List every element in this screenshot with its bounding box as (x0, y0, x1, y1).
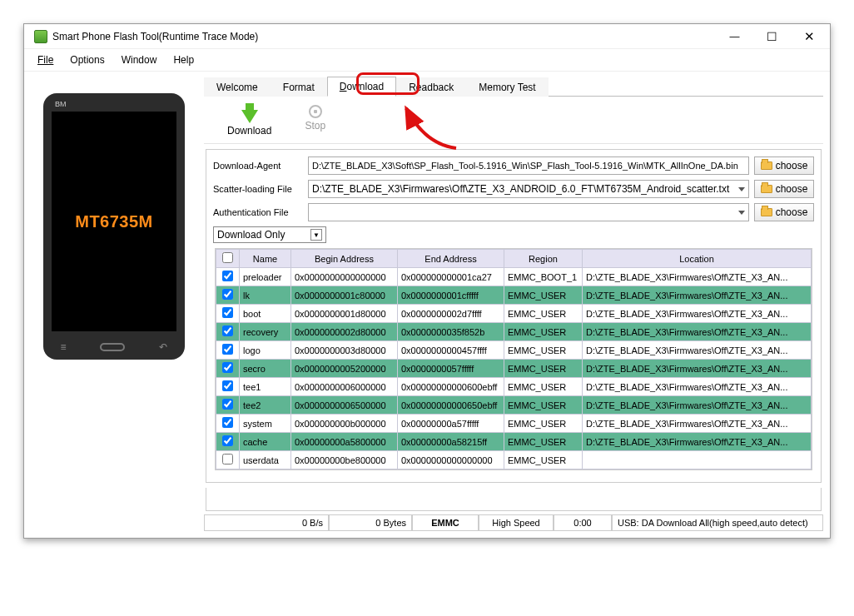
cell-location: D:\ZTE_BLADE_X3\Firmwares\Off\ZTE_X3_AN.… (583, 323, 812, 341)
table-row[interactable]: preloader0x00000000000000000x00000000000… (216, 268, 812, 286)
table-row[interactable]: tee20x00000000065000000x00000000000650eb… (216, 396, 812, 415)
cell-begin: 0x0000000001d80000 (291, 305, 398, 323)
row-checkbox[interactable] (216, 378, 240, 396)
titlebar: Smart Phone Flash Tool(Runtime Trace Mod… (24, 24, 830, 49)
download-mode-select[interactable]: Download Only▼ (213, 226, 326, 243)
device-preview-pane: BM MT6735M ≡ ↶ (31, 77, 197, 531)
row-checkbox[interactable] (216, 415, 240, 433)
download-icon (241, 110, 258, 123)
header-begin[interactable]: Begin Address (291, 250, 398, 268)
cell-location (583, 451, 812, 469)
cell-begin: 0x0000000002d80000 (291, 323, 398, 341)
row-checkbox[interactable] (216, 360, 240, 378)
cell-region: EMMC_USER (504, 415, 583, 433)
cell-location: D:\ZTE_BLADE_X3\Firmwares\Off\ZTE_X3_AN.… (583, 286, 812, 305)
menubar: File Options Window Help (24, 49, 830, 72)
table-row[interactable]: cache0x00000000a58000000x00000000a58215f… (216, 433, 812, 451)
cell-name: boot (240, 305, 291, 323)
cell-region: EMMC_USER (504, 451, 583, 469)
header-region[interactable]: Region (504, 250, 583, 268)
cell-region: EMMC_BOOT_1 (504, 268, 583, 286)
scatter-path-select[interactable]: D:\ZTE_BLADE_X3\Firmwares\Off\ZTE_X3_AND… (308, 180, 749, 198)
row-checkbox[interactable] (216, 323, 240, 341)
home-icon (100, 343, 125, 351)
cell-location: D:\ZTE_BLADE_X3\Firmwares\Off\ZTE_X3_AN.… (583, 378, 812, 396)
bottom-spacer (206, 488, 822, 511)
window-title: Smart Phone Flash Tool(Runtime Trace Mod… (52, 31, 716, 42)
auth-label: Authentication File (213, 207, 303, 217)
menu-help[interactable]: Help (166, 52, 201, 67)
row-checkbox[interactable] (216, 396, 240, 415)
da-path-input[interactable] (308, 156, 749, 175)
scatter-label: Scatter-loading File (213, 184, 303, 194)
cell-begin: 0x000000000b000000 (291, 415, 398, 433)
cell-name: preloader (240, 268, 291, 286)
table-row[interactable]: tee10x00000000060000000x00000000000600eb… (216, 378, 812, 396)
cell-end: 0x0000000000457ffff (398, 341, 504, 360)
table-row[interactable]: secro0x00000000052000000x0000000057fffff… (216, 360, 812, 378)
status-bytes: 0 Bytes (329, 515, 412, 531)
table-row[interactable]: recovery0x0000000002d800000x0000000035f8… (216, 323, 812, 341)
table-row[interactable]: lk0x0000000001c800000x0000000001cfffffEM… (216, 286, 812, 305)
table-row[interactable]: boot0x0000000001d800000x0000000002d7ffff… (216, 305, 812, 323)
row-checkbox[interactable] (216, 451, 240, 469)
cell-begin: 0x00000000a5800000 (291, 433, 398, 451)
download-button[interactable]: Download (227, 105, 271, 137)
row-checkbox[interactable] (216, 433, 240, 451)
tab-download[interactable]: Download (327, 77, 396, 97)
cell-begin: 0x0000000006000000 (291, 378, 398, 396)
stop-label: Stop (305, 120, 325, 132)
phone-screen: MT6735M (52, 112, 176, 331)
table-row[interactable]: system0x000000000b0000000x00000000a57fff… (216, 415, 812, 433)
close-button[interactable]: ✕ (791, 24, 828, 49)
cell-begin: 0x0000000003d80000 (291, 341, 398, 360)
header-location[interactable]: Location (583, 250, 812, 268)
header-end[interactable]: End Address (398, 250, 504, 268)
status-time: 0:00 (554, 515, 612, 531)
cell-region: EMMC_USER (504, 396, 583, 415)
phone-mockup: BM MT6735M ≡ ↶ (43, 93, 185, 360)
chevron-down-icon (738, 211, 745, 215)
header-checkbox[interactable] (216, 250, 240, 268)
menu-window[interactable]: Window (115, 52, 164, 67)
back-icon: ↶ (159, 341, 167, 353)
folder-icon (761, 185, 772, 193)
cell-location: D:\ZTE_BLADE_X3\Firmwares\Off\ZTE_X3_AN.… (583, 360, 812, 378)
da-choose-button[interactable]: choose (754, 156, 814, 175)
tab-readback[interactable]: Readback (396, 77, 466, 97)
tab-memory-test[interactable]: Memory Test (466, 77, 548, 97)
app-window: Smart Phone Flash Tool(Runtime Trace Mod… (23, 23, 831, 539)
table-header-row: Name Begin Address End Address Region Lo… (216, 250, 812, 268)
tab-welcome[interactable]: Welcome (204, 77, 271, 97)
menu-file[interactable]: File (31, 52, 60, 67)
cell-name: logo (240, 341, 291, 360)
row-checkbox[interactable] (216, 286, 240, 305)
row-checkbox[interactable] (216, 268, 240, 286)
cell-end: 0x0000000057fffff (398, 360, 504, 378)
cell-region: EMMC_USER (504, 341, 583, 360)
row-checkbox[interactable] (216, 341, 240, 360)
cell-location: D:\ZTE_BLADE_X3\Firmwares\Off\ZTE_X3_AN.… (583, 415, 812, 433)
auth-choose-button[interactable]: choose (754, 203, 814, 221)
header-name[interactable]: Name (240, 250, 291, 268)
status-storage: EMMC (412, 515, 479, 531)
tab-format[interactable]: Format (271, 77, 327, 97)
chevron-down-icon (738, 187, 745, 191)
folder-icon (761, 161, 772, 170)
table-row[interactable]: logo0x0000000003d800000x0000000000457fff… (216, 341, 812, 360)
table-row[interactable]: userdata0x00000000be8000000x000000000000… (216, 451, 812, 469)
auth-path-select[interactable] (308, 203, 749, 221)
cell-location: D:\ZTE_BLADE_X3\Firmwares\Off\ZTE_X3_AN.… (583, 341, 812, 360)
scatter-choose-button[interactable]: choose (754, 180, 814, 198)
cell-name: tee1 (240, 378, 291, 396)
cell-name: secro (240, 360, 291, 378)
app-icon (34, 30, 47, 43)
da-label: Download-Agent (213, 161, 303, 171)
maximize-button[interactable]: ☐ (753, 24, 791, 49)
row-checkbox[interactable] (216, 305, 240, 323)
menu-options[interactable]: Options (63, 52, 111, 67)
minimize-button[interactable]: — (716, 24, 753, 49)
cell-end: 0x00000000a57fffff (398, 415, 504, 433)
cell-begin: 0x00000000be800000 (291, 451, 398, 469)
stop-button: Stop (305, 105, 325, 137)
